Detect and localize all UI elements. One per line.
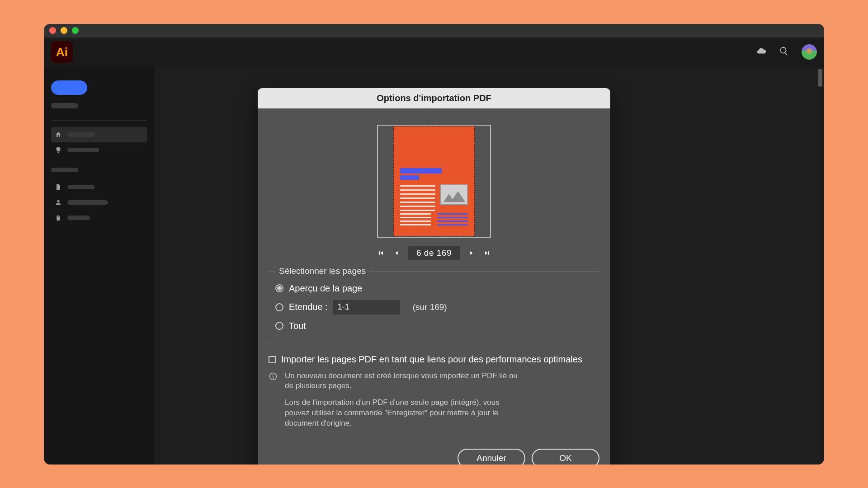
sidebar-item-home[interactable] (51, 127, 147, 142)
pdf-import-options-dialog: Options d'importation PDF (258, 88, 610, 465)
next-page-button[interactable] (468, 249, 475, 257)
range-input[interactable] (333, 300, 400, 314)
close-window-button[interactable] (49, 27, 56, 34)
people-icon (55, 199, 62, 206)
prev-page-button[interactable] (393, 249, 400, 257)
radio-page-preview[interactable]: Aperçu de la page (275, 283, 593, 294)
lightbulb-icon (55, 146, 62, 154)
section-label: Sélectionner les pages (275, 266, 369, 276)
dialog-title: Options d'importation PDF (258, 88, 610, 108)
scrollbar[interactable] (818, 69, 822, 87)
document-icon (55, 183, 62, 191)
cloud-icon[interactable] (756, 46, 766, 58)
sidebar-primary-pill[interactable] (51, 80, 87, 95)
window-titlebar (44, 24, 824, 38)
radio-label: Aperçu de la page (289, 283, 362, 294)
page-indicator[interactable]: 6 de 169 (408, 246, 460, 260)
checkbox-icon (269, 356, 276, 363)
radio-range[interactable]: Etendue : (sur 169) (275, 300, 593, 314)
info-block: Un nouveau document est créé lorsque vou… (267, 371, 601, 436)
minimize-window-button[interactable] (61, 27, 67, 34)
menubar: Ai (44, 38, 824, 67)
sidebar (44, 67, 155, 465)
sidebar-item-deleted[interactable] (51, 210, 147, 225)
sidebar-placeholder (51, 103, 78, 108)
radio-icon (275, 284, 283, 292)
select-pages-section: Sélectionner les pages Aperçu de la page… (267, 271, 601, 344)
radio-icon (275, 303, 283, 311)
sidebar-item-files[interactable] (51, 179, 147, 195)
trash-icon (55, 214, 62, 221)
user-avatar[interactable] (802, 44, 817, 60)
ok-button[interactable]: OK (532, 449, 599, 464)
app-logo: Ai (51, 41, 73, 63)
app-window: Ai (44, 24, 824, 465)
import-as-links-checkbox-row[interactable]: Importer les pages PDF en tant que liens… (267, 354, 601, 365)
sidebar-item-learn[interactable] (51, 142, 147, 158)
info-paragraph-2: Lors de l'importation d'un PDF d'une seu… (285, 398, 520, 429)
radio-icon (275, 322, 283, 330)
page-thumbnail (393, 126, 475, 236)
checkbox-label: Importer les pages PDF en tant que liens… (281, 354, 582, 365)
search-icon[interactable] (779, 46, 789, 58)
page-navigator: 6 de 169 (377, 246, 491, 260)
last-page-button[interactable] (483, 249, 491, 257)
radio-all[interactable]: Tout (275, 321, 593, 331)
radio-label: Tout (289, 321, 306, 331)
sidebar-item-shared[interactable] (51, 195, 147, 210)
info-icon (269, 372, 278, 382)
sidebar-placeholder (51, 168, 78, 172)
info-paragraph-1: Un nouveau document est créé lorsque vou… (285, 371, 520, 392)
maximize-window-button[interactable] (72, 27, 79, 34)
home-icon (55, 131, 62, 138)
page-preview (377, 125, 491, 238)
radio-label: Etendue : (289, 302, 328, 312)
svg-point-2 (273, 374, 274, 375)
range-total: (sur 169) (413, 302, 447, 312)
first-page-button[interactable] (377, 249, 385, 257)
cancel-button[interactable]: Annuler (458, 449, 525, 464)
